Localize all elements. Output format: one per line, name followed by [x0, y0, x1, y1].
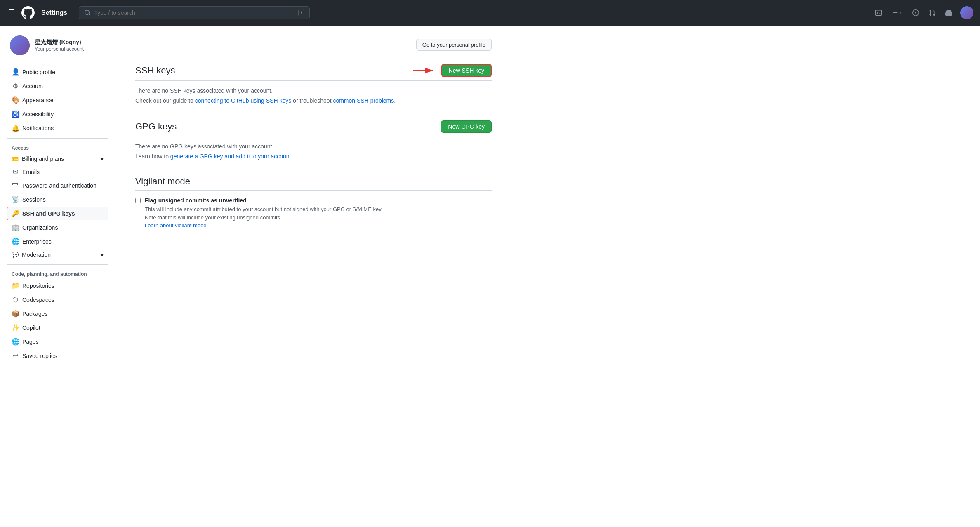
vigilant-section-header: Vigilant mode: [135, 176, 492, 191]
top-navigation: Settings /: [0, 0, 980, 26]
codespaces-icon: ⬡: [12, 296, 19, 303]
sidebar-item-label: Copilot: [22, 325, 40, 331]
sidebar-item-pages[interactable]: 🌐 Pages: [7, 335, 108, 348]
vigilant-checkbox[interactable]: [135, 198, 141, 203]
package-icon: 📦: [12, 310, 19, 318]
github-logo[interactable]: [21, 6, 35, 19]
ssh-guide-text: Check out our guide to connecting to Git…: [135, 97, 492, 104]
red-arrow-annotation: [413, 66, 438, 75]
sidebar-avatar: [10, 35, 30, 55]
gpg-keys-section: GPG keys New GPG key There are no GPG ke…: [135, 120, 492, 160]
sidebar-item-sessions[interactable]: 📡 Sessions: [7, 193, 108, 206]
sidebar-item-account[interactable]: ⚙ Account: [7, 79, 108, 93]
vigilant-learn-link[interactable]: Learn about vigilant mode: [145, 222, 207, 228]
hamburger-menu-button[interactable]: [7, 7, 16, 19]
sidebar-item-label: Saved replies: [22, 353, 57, 359]
global-search[interactable]: /: [79, 6, 310, 19]
gpg-no-keys-text: There are no GPG keys associated with yo…: [135, 143, 492, 150]
ssh-section-title: SSH keys: [135, 65, 175, 76]
vigilant-checkbox-content: Flag unsigned commits as unverified This…: [145, 197, 382, 230]
gpg-learn-text: Learn how to generate a GPG key and add …: [135, 153, 492, 160]
sidebar-item-label: Sessions: [22, 196, 46, 203]
key-icon: 🔑: [12, 209, 19, 217]
new-gpg-key-button[interactable]: New GPG key: [441, 120, 492, 133]
vigilant-checkbox-row: Flag unsigned commits as unverified This…: [135, 197, 492, 230]
ssh-guide-link[interactable]: connecting to GitHub using SSH keys: [195, 97, 291, 104]
sidebar-item-label: Moderation: [22, 252, 51, 258]
sidebar-item-label: Codespaces: [22, 296, 54, 303]
sidebar-item-label: Appearance: [22, 97, 54, 104]
go-to-profile-button[interactable]: Go to your personal profile: [416, 39, 492, 51]
slash-badge: /: [298, 9, 304, 16]
code-section-title: Code, planning, and automation: [7, 268, 108, 279]
comment-icon: 💬: [12, 252, 19, 258]
sidebar-item-accessibility[interactable]: ♿ Accessibility: [7, 107, 108, 121]
reply-icon: ↩: [12, 352, 19, 360]
terminal-icon-button[interactable]: [874, 8, 883, 18]
sidebar-item-public-profile[interactable]: 👤 Public profile: [7, 65, 108, 79]
sidebar-item-label: Public profile: [22, 69, 55, 75]
sidebar-item-label: Pages: [22, 339, 39, 345]
copilot-icon: ✨: [12, 324, 19, 332]
envelope-icon: ✉: [12, 168, 19, 176]
search-input[interactable]: [94, 9, 295, 16]
sidebar-item-label: Accessibility: [22, 111, 54, 118]
shield-icon: 🛡: [12, 182, 19, 189]
sidebar-username: 星光熠熠 (Kogny): [35, 39, 84, 46]
repo-icon: 📁: [12, 282, 19, 289]
chevron-down-icon: ▾: [101, 252, 104, 258]
settings-sidebar: 星光熠熠 (Kogny) Your personal account 👤 Pub…: [0, 26, 115, 527]
vigilant-section-title: Vigilant mode: [135, 176, 190, 187]
ssh-section-header: SSH keys New SSH key: [135, 64, 492, 81]
gear-icon: ⚙: [12, 82, 19, 90]
sidebar-item-copilot[interactable]: ✨ Copilot: [7, 321, 108, 334]
sidebar-item-label: Account: [22, 83, 43, 89]
globe-icon: 🌐: [12, 238, 19, 245]
chevron-down-icon: ▾: [101, 155, 104, 162]
sidebar-user-info: 星光熠熠 (Kogny) Your personal account: [35, 39, 84, 52]
sidebar-item-repositories[interactable]: 📁 Repositories: [7, 279, 108, 292]
sidebar-item-label: Billing and plans: [22, 155, 64, 162]
user-avatar[interactable]: [960, 6, 973, 19]
vigilant-checkbox-label[interactable]: Flag unsigned commits as unverified: [145, 197, 247, 204]
person-icon: 👤: [12, 68, 19, 76]
sidebar-divider-2: [7, 264, 108, 265]
sidebar-item-label: SSH and GPG keys: [22, 210, 75, 217]
sidebar-item-codespaces[interactable]: ⬡ Codespaces: [7, 293, 108, 306]
ssh-no-keys-text: There are no SSH keys associated with yo…: [135, 87, 492, 94]
sidebar-item-ssh-gpg[interactable]: 🔑 SSH and GPG keys: [7, 207, 108, 220]
sidebar-item-notifications[interactable]: 🔔 Notifications: [7, 121, 108, 135]
sidebar-item-label: Organizations: [22, 224, 58, 231]
sidebar-item-label: Packages: [22, 311, 47, 317]
vigilant-description: This will include any commit attributed …: [145, 205, 382, 230]
plus-dropdown-button[interactable]: [890, 8, 904, 18]
ssh-problems-link[interactable]: common SSH problems: [333, 97, 394, 104]
ssh-keys-section: SSH keys New SSH key There are no SSH ke…: [135, 64, 492, 104]
sidebar-item-label: Enterprises: [22, 238, 52, 245]
pull-requests-icon-button[interactable]: [927, 8, 937, 18]
new-ssh-key-button[interactable]: New SSH key: [441, 64, 492, 77]
sidebar-divider: [7, 138, 108, 139]
inbox-icon-button[interactable]: [944, 8, 954, 18]
sidebar-item-moderation[interactable]: 💬 Moderation ▾: [7, 249, 108, 261]
sidebar-item-organizations[interactable]: 🏢 Organizations: [7, 221, 108, 234]
broadcast-icon: 📡: [12, 195, 19, 203]
sidebar-item-emails[interactable]: ✉ Emails: [7, 165, 108, 179]
browser-icon: 🌐: [12, 338, 19, 346]
sidebar-item-saved-replies[interactable]: ↩ Saved replies: [7, 349, 108, 362]
gpg-learn-link[interactable]: generate a GPG key and add it to your ac…: [170, 153, 291, 160]
accessibility-icon: ♿: [12, 110, 19, 118]
credit-card-icon: 💳: [12, 155, 19, 162]
paintbrush-icon: 🎨: [12, 96, 19, 104]
sidebar-item-label: Notifications: [22, 125, 54, 132]
topnav-actions: [874, 6, 973, 19]
page-layout: 星光熠熠 (Kogny) Your personal account 👤 Pub…: [0, 26, 980, 527]
sidebar-account-type: Your personal account: [35, 46, 84, 52]
sidebar-item-billing[interactable]: 💳 Billing and plans ▾: [7, 153, 108, 165]
sidebar-item-enterprises[interactable]: 🌐 Enterprises: [7, 235, 108, 248]
main-content: Go to your personal profile SSH keys New…: [115, 26, 511, 527]
issues-icon-button[interactable]: [911, 8, 921, 18]
sidebar-item-appearance[interactable]: 🎨 Appearance: [7, 93, 108, 107]
sidebar-item-packages[interactable]: 📦 Packages: [7, 307, 108, 320]
sidebar-item-password[interactable]: 🛡 Password and authentication: [7, 179, 108, 192]
